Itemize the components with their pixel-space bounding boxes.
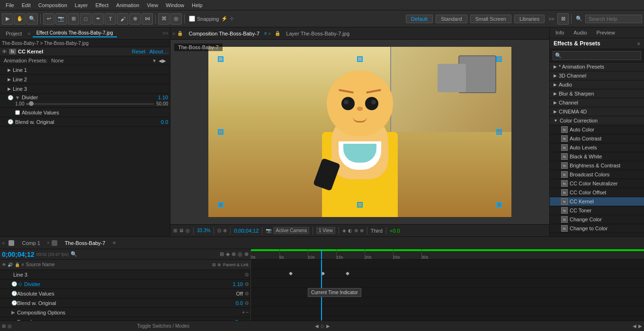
tl-options-icon[interactable]: ≡ <box>113 240 116 245</box>
menu-view[interactable]: View <box>143 1 162 9</box>
effect-auto-color[interactable]: fx Auto Color <box>550 125 644 134</box>
tool-paint[interactable]: 🖌 <box>117 13 128 25</box>
tool-clone[interactable]: ⊕ <box>129 13 141 25</box>
menu-window[interactable]: Window <box>162 1 188 9</box>
tool-undo[interactable]: ↩ <box>43 13 54 25</box>
viewer-camera-select[interactable]: Active Camera <box>273 227 309 234</box>
effects-presets-menu-icon[interactable]: ≡ <box>637 41 640 46</box>
viewer-tab-close-1[interactable]: × <box>172 31 175 36</box>
effect-change-to-color[interactable]: fx Change to Color <box>550 224 644 233</box>
workspace-default[interactable]: Default <box>406 15 433 23</box>
expand-panels-btn[interactable]: ⊠ <box>557 13 569 25</box>
divider-value[interactable]: 1.10 <box>158 95 168 100</box>
tl-keyframe-1[interactable] <box>289 272 293 276</box>
viewer-fit-icon[interactable]: ⊡ <box>217 228 221 233</box>
tl-footer-nav-right[interactable]: ▶ <box>326 323 330 329</box>
workspace-small-screen[interactable]: Small Screen <box>470 15 511 23</box>
presets-prev-btn[interactable]: ◀ <box>159 58 162 63</box>
tl-tab-close-boss[interactable]: × <box>47 240 50 245</box>
tl-compositing-add-btn[interactable]: + <box>242 310 245 315</box>
selection-handle-lc[interactable] <box>218 129 224 135</box>
selection-handle-tr[interactable] <box>496 56 502 62</box>
tool-pen[interactable]: ✒ <box>92 13 104 25</box>
selection-handle-bc[interactable] <box>357 202 363 208</box>
selection-handle-tc[interactable] <box>357 56 363 62</box>
presets-dropdown-icon[interactable]: ▼ <box>152 58 157 63</box>
effect-black-white[interactable]: fx Black & White <box>550 152 644 161</box>
tool-hand[interactable]: ✋ <box>14 13 26 25</box>
slider-track[interactable] <box>26 103 154 105</box>
tool-puppet[interactable]: ⋈ <box>142 13 153 25</box>
menu-composition[interactable]: Composition <box>35 1 71 9</box>
tl-playhead[interactable] <box>321 249 322 259</box>
tl-compositing-expand[interactable]: ▶ <box>11 310 15 315</box>
tl-toggle-switches-label[interactable]: Toggle Switches / Modes <box>137 323 189 329</box>
effect-reset-btn[interactable]: Reset <box>132 49 146 54</box>
effect-cc-color-neutralizer[interactable]: fx CC Color Neutralizer <box>550 179 644 188</box>
tool-grid[interactable]: ⊞ <box>68 13 79 25</box>
menu-effect[interactable]: Effect <box>91 1 112 9</box>
effect-auto-contrast[interactable]: fx Auto Contrast <box>550 134 644 143</box>
prop-line1-expand[interactable]: ▶ <box>8 68 11 72</box>
tool-camera[interactable]: 📷 <box>55 13 67 25</box>
tab-preview[interactable]: Preview <box>593 28 619 37</box>
tl-tab-boss[interactable]: The-Boss-Baby-7 <box>61 239 109 247</box>
viewer-view-select[interactable]: 1 View <box>316 227 335 234</box>
blend-stopwatch-icon[interactable]: 🕐 <box>8 119 13 124</box>
tl-ctrl-btn2[interactable]: ◈ <box>226 251 230 257</box>
tl-ctrl-btn4[interactable]: ◎ <box>238 251 242 257</box>
tl-ctrl-btn1[interactable]: ⊞ <box>220 251 224 257</box>
slider-thumb[interactable] <box>29 101 34 106</box>
tl-search-icon[interactable]: 🔍 <box>71 251 77 257</box>
workspace-libraries[interactable]: Libraries <box>514 15 545 23</box>
tl-divider-bezier-icon[interactable]: ◇ <box>18 281 22 287</box>
effect-cc-color-offset[interactable]: fx CC Color Offset <box>550 188 644 197</box>
selection-handle-bl[interactable] <box>218 202 224 208</box>
tool-box[interactable]: □ <box>80 13 91 25</box>
prop-line3-expand[interactable]: ▶ <box>8 87 11 91</box>
effect-cc-kernel[interactable]: fx CC Kernel <box>550 197 644 206</box>
tool-zoom[interactable]: 🔍 <box>27 13 38 25</box>
tl-divider-stopwatch-icon[interactable]: 🕐 <box>11 281 17 287</box>
tab-audio[interactable]: Audio <box>570 28 590 37</box>
tab-project[interactable]: Project <box>2 30 26 37</box>
selection-handle-br[interactable] <box>496 202 502 208</box>
tl-abs-stopwatch-icon[interactable]: 🕐 <box>11 291 17 296</box>
tl-tab-close-comp1[interactable]: × <box>2 240 5 246</box>
viewer-time-label[interactable]: 0;00;04;12 <box>234 228 259 234</box>
viewer-tab-composition[interactable]: Composition The-Boss-Baby-7 <box>185 30 263 37</box>
absolute-values-checkbox[interactable] <box>15 110 20 115</box>
prop-line2-expand[interactable]: ▶ <box>8 77 11 82</box>
presets-next-btn[interactable]: ▶ <box>162 58 166 63</box>
menu-layer[interactable]: Layer <box>71 1 92 9</box>
divider-expand[interactable]: ▼ <box>15 95 20 100</box>
category-channel[interactable]: ▶ Channel <box>550 98 644 107</box>
blend-value[interactable]: 0.0 <box>161 119 168 125</box>
category-animation-presets[interactable]: ▶ * Animation Presets <box>550 62 644 71</box>
tool-select[interactable]: ▶ <box>2 13 13 25</box>
tl-layer-blend-value[interactable]: 0.0 <box>236 300 243 306</box>
workspace-standard[interactable]: Standard <box>436 15 467 23</box>
tool-text[interactable]: T <box>105 13 116 25</box>
tl-footer-btn-1[interactable]: ⊞ <box>2 323 6 329</box>
viewer-monitor-icon[interactable]: 🖥 <box>179 228 184 233</box>
tl-tab-comp1[interactable]: Comp 1 <box>18 239 44 247</box>
effect-about-btn[interactable]: About… <box>149 49 168 54</box>
category-color-correction[interactable]: ▼ Color Correction <box>550 116 644 125</box>
menu-help[interactable]: Help <box>188 1 206 9</box>
tab-info[interactable]: Info <box>552 28 568 37</box>
tl-ctrl-btn3[interactable]: ⊕ <box>232 251 236 257</box>
effect-auto-levels[interactable]: fx Auto Levels <box>550 143 644 152</box>
workspace-overflow-icon[interactable]: >> <box>548 16 555 22</box>
effect-broadcast-colors[interactable]: fx Broadcast Colors <box>550 170 644 179</box>
search-input[interactable] <box>585 15 642 23</box>
tl-footer-diamond[interactable]: ◇ <box>321 323 324 329</box>
effect-brightness-contrast[interactable]: fx Brightness & Contrast <box>550 161 644 170</box>
tl-footer-scroll-left[interactable]: ◀ <box>633 323 636 329</box>
effect-visibility-icon[interactable]: 👁 <box>2 49 7 54</box>
category-audio[interactable]: ▶ Audio <box>550 80 644 89</box>
category-3d-channel[interactable]: ▶ 3D Channel <box>550 71 644 80</box>
viewer-zoom-label[interactable]: 33.3% <box>197 228 210 233</box>
tl-ctrl-btn5[interactable]: ⊗ <box>244 251 249 257</box>
selection-handle-tl[interactable] <box>218 56 224 62</box>
